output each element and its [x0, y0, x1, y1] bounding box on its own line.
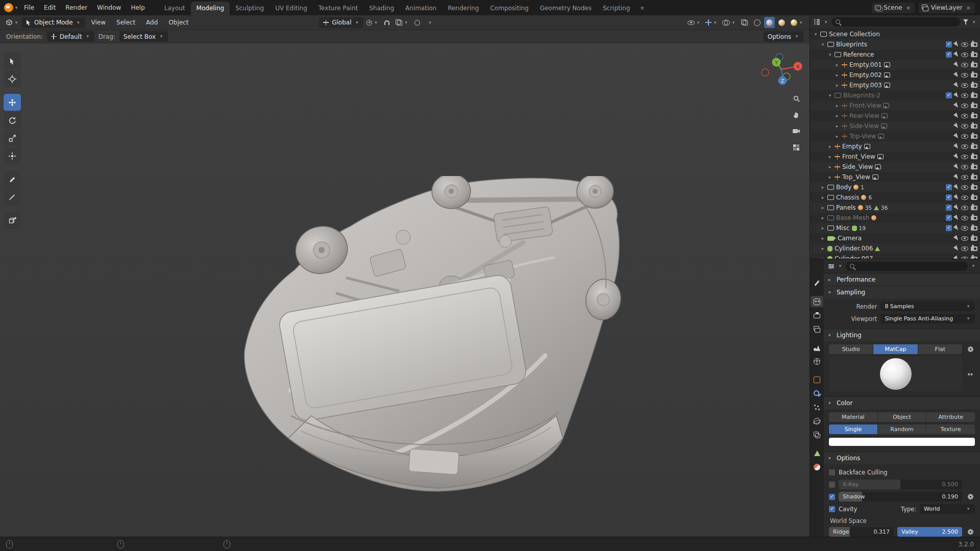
outliner-row-empty[interactable]: Empty — [810, 141, 980, 152]
tab-particle-properties[interactable] — [811, 402, 823, 413]
outliner-row-top-view[interactable]: Top_View — [810, 172, 980, 182]
hide-eye-icon[interactable] — [961, 206, 968, 210]
tab-object-properties[interactable] — [811, 374, 823, 385]
shading-rendered-button[interactable] — [789, 17, 805, 28]
outliner-row-camera[interactable]: Camera — [810, 233, 980, 243]
valley-slider[interactable]: Valley2.500 — [897, 527, 962, 537]
expand-caret-icon[interactable] — [827, 165, 832, 169]
tab-modeling[interactable]: Modeling — [191, 2, 230, 15]
add-workspace-button[interactable]: + — [635, 2, 649, 15]
backface-culling-checkbox[interactable] — [829, 469, 835, 475]
properties-editor-icon[interactable] — [828, 263, 835, 269]
tool-transform[interactable] — [4, 147, 21, 164]
hide-eye-icon[interactable] — [961, 114, 968, 118]
filter-icon[interactable] — [963, 19, 968, 25]
selectable-icon[interactable] — [953, 143, 960, 150]
render-visibility-icon[interactable] — [971, 165, 977, 169]
properties-search-input[interactable] — [846, 262, 968, 271]
panel-options-header[interactable]: Options — [824, 452, 980, 464]
hide-eye-icon[interactable] — [961, 42, 968, 47]
transform-orientation-dropdown[interactable]: Global — [319, 17, 363, 28]
selectable-icon[interactable] — [953, 133, 960, 140]
ridge-slider[interactable]: Ridge0.317 — [829, 527, 894, 537]
render-visibility-icon[interactable] — [971, 114, 977, 118]
expand-caret-icon[interactable] — [827, 53, 832, 57]
tool-cursor[interactable] — [4, 70, 21, 87]
matcap-sphere[interactable] — [880, 358, 912, 390]
object-type-visibility-button[interactable] — [686, 17, 702, 28]
exclude-checkbox[interactable] — [946, 184, 952, 190]
render-visibility-icon[interactable] — [971, 175, 977, 180]
show-gizmo-button[interactable] — [704, 17, 719, 28]
expand-caret-icon[interactable] — [835, 104, 840, 108]
tab-layout[interactable]: Layout — [159, 2, 191, 15]
pan-button[interactable] — [790, 109, 802, 121]
menu-object[interactable]: Object — [164, 15, 193, 30]
expand-caret-icon[interactable] — [827, 93, 832, 98]
menu-add[interactable]: Add — [141, 15, 162, 30]
tab-constraint-properties[interactable] — [811, 429, 823, 440]
panel-color-header[interactable]: Color — [824, 397, 980, 409]
selectable-icon[interactable] — [953, 256, 960, 259]
tool-scale[interactable] — [4, 130, 21, 146]
outliner-row-cylinder-006[interactable]: Cylinder.006 — [810, 243, 980, 254]
expand-caret-icon[interactable] — [827, 175, 832, 180]
menu-select[interactable]: Select — [112, 15, 140, 30]
tab-render-properties[interactable] — [811, 296, 823, 307]
tab-material-properties[interactable] — [811, 461, 823, 472]
editor-type-button[interactable] — [4, 17, 20, 28]
expand-caret-icon[interactable] — [835, 73, 840, 78]
outliner-row-base-mesh[interactable]: Base-Mesh — [810, 213, 980, 223]
hide-eye-icon[interactable] — [961, 246, 968, 251]
expand-caret-icon[interactable] — [820, 226, 825, 231]
cavity-checkbox[interactable] — [829, 506, 835, 512]
hide-eye-icon[interactable] — [961, 257, 968, 259]
menu-window[interactable]: Window — [92, 0, 126, 15]
render-visibility-icon[interactable] — [971, 155, 977, 159]
viewport-samples-dropdown[interactable]: Single Pass Anti-Aliasing — [880, 314, 975, 323]
outliner-row-side-view-bp[interactable]: Side-View — [810, 121, 980, 131]
selectable-icon[interactable] — [953, 205, 960, 211]
lighting-matcap-button[interactable]: MatCap — [873, 344, 917, 354]
single-color-swatch[interactable] — [829, 438, 975, 446]
outliner-editor-icon[interactable] — [814, 19, 820, 25]
hide-eye-icon[interactable] — [961, 104, 968, 108]
selectable-icon[interactable] — [953, 215, 960, 221]
tab-uv-editing[interactable]: UV Editing — [270, 2, 313, 15]
hide-eye-icon[interactable] — [961, 73, 968, 78]
color-random-button[interactable]: Random — [878, 424, 926, 434]
hide-eye-icon[interactable] — [961, 93, 968, 98]
toggle-ortho-button[interactable] — [790, 141, 802, 154]
selectable-icon[interactable] — [953, 174, 960, 181]
tab-animation[interactable]: Animation — [400, 2, 442, 15]
tab-scene-properties[interactable] — [811, 342, 823, 353]
hide-eye-icon[interactable] — [961, 124, 968, 129]
tool-rotate[interactable] — [4, 112, 21, 129]
selectable-icon[interactable] — [953, 164, 960, 170]
selectable-icon[interactable] — [953, 245, 960, 252]
tab-object-data-properties[interactable] — [811, 447, 823, 459]
expand-caret-icon[interactable] — [835, 63, 840, 67]
shading-wireframe-button[interactable] — [752, 17, 763, 28]
proportional-falloff-button[interactable] — [424, 17, 435, 28]
render-visibility-icon[interactable] — [971, 73, 977, 78]
expand-caret-icon[interactable] — [813, 32, 818, 37]
outliner-editor-caret-icon[interactable] — [823, 20, 828, 24]
selectable-icon[interactable] — [953, 113, 960, 119]
render-visibility-icon[interactable] — [971, 195, 977, 200]
exclude-checkbox[interactable] — [946, 205, 952, 211]
hide-eye-icon[interactable] — [961, 83, 968, 88]
expand-caret-icon[interactable] — [827, 155, 832, 159]
blender-logo-icon[interactable] — [4, 3, 13, 12]
xray-slider[interactable]: X-Ray0.500 — [839, 480, 962, 489]
outliner-row-chassis[interactable]: Chassis6 — [810, 192, 980, 203]
color-single-button[interactable]: Single — [829, 424, 877, 434]
render-visibility-icon[interactable] — [971, 185, 977, 190]
hide-eye-icon[interactable] — [961, 185, 968, 190]
render-visibility-icon[interactable] — [971, 206, 977, 210]
selectable-icon[interactable] — [953, 52, 960, 58]
hide-eye-icon[interactable] — [961, 144, 968, 149]
show-overlays-button[interactable] — [721, 17, 738, 28]
exclude-checkbox[interactable] — [946, 215, 952, 221]
snap-settings-button[interactable] — [394, 17, 410, 28]
